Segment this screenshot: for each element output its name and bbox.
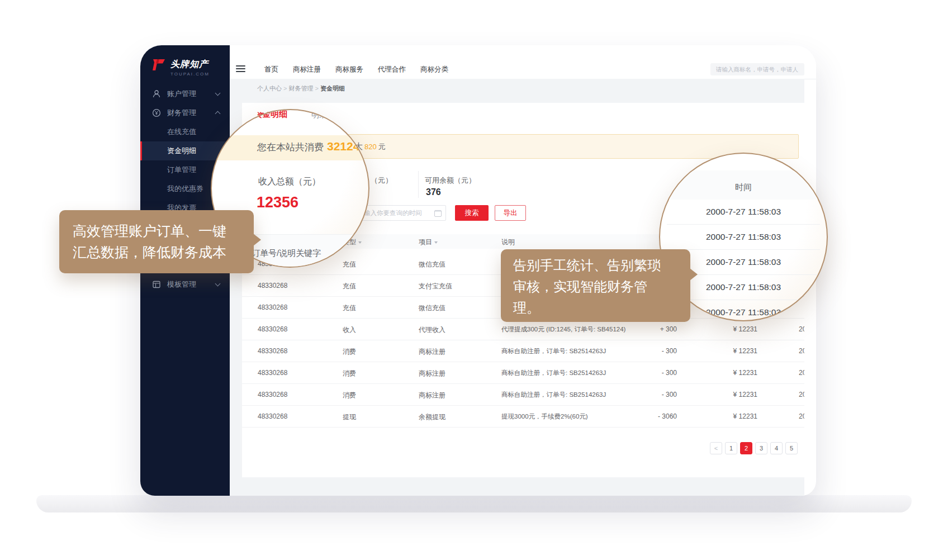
prev-page-button[interactable]: <: [710, 442, 722, 454]
cell-order: 48330268: [258, 282, 287, 290]
income-total-label: 收入总额（元）: [258, 176, 321, 188]
cell-order: 48330268: [258, 325, 287, 333]
laptop-mockup: 头牌知产 TOUPAI.COM 账户管理 财务管理: [0, 0, 948, 560]
sidebar-subitem-label: 在线充值: [167, 127, 196, 137]
cell-type: 充值: [343, 303, 356, 313]
top-navigation: 首页商标注册商标服务代理合作商标分类: [230, 60, 816, 79]
export-button[interactable]: 导出: [495, 205, 526, 221]
cell-desc: 提现3000元，手续费2%(60元): [501, 412, 588, 421]
table-row: 48330268 提现 余额提现 提现3000元，手续费2%(60元) - 30…: [242, 406, 804, 428]
sort-caret-icon: [434, 241, 438, 244]
cell-type: 消费: [343, 347, 356, 357]
cell-desc: 商标自助注册，订单号: SB2514263J: [501, 391, 606, 399]
table-row: 48330268 消费 商标注册 商标自助注册，订单号: SB2514263J …: [242, 384, 804, 406]
chevron-down-icon: [215, 281, 221, 287]
magnified-banner-text: 您在本站共消费32124: [257, 140, 359, 154]
page-button[interactable]: 2: [740, 442, 752, 454]
time-value: 2000-7-27 11:58:03: [706, 282, 781, 292]
cell-project: 商标注册: [419, 369, 445, 378]
cell-desc: 商标自助注册，订单号: SB2514263J: [501, 347, 606, 355]
cell-order: 48330268: [258, 412, 287, 420]
cell-time: 2000-7-27 11:58:03: [799, 412, 804, 420]
chevron-down-icon: [215, 91, 221, 96]
magnified-time-row: 2000-7-27 11:58:03: [667, 225, 820, 250]
hamburger-menu-icon[interactable]: [236, 65, 245, 73]
page-buttons: 1 2 3 4 5: [725, 442, 798, 454]
date-query-input[interactable]: [358, 205, 446, 221]
callout-arrow-icon: [690, 268, 698, 281]
user-icon: [152, 89, 161, 98]
table-row: 48330268 消费 商标注册 商标自助注册，订单号: SB2514263J …: [242, 340, 804, 362]
cell-amount: - 300: [611, 369, 677, 377]
available-balance-value: 376: [426, 187, 441, 197]
time-value: 2000-7-27 11:58:03: [706, 257, 781, 267]
magnified-column-header: 订单号/说明关键字: [252, 248, 321, 259]
cell-project: 微信充值: [419, 303, 445, 313]
page-button[interactable]: 3: [755, 442, 767, 454]
sidebar-item-label: 财务管理: [167, 108, 196, 118]
calendar-icon[interactable]: [434, 210, 442, 217]
breadcrumb-item[interactable]: 资金明细: [320, 85, 345, 92]
callout-left: 高效管理账户订单、一键 汇总数据，降低财务成本: [59, 210, 254, 273]
cell-balance: ¥ 12231: [695, 391, 757, 398]
cell-time: 2000-7-27 11:58:03: [799, 347, 804, 355]
trademark-search-input[interactable]: [710, 63, 804, 75]
cell-amount: - 300: [611, 391, 677, 398]
cell-type: 收入: [343, 325, 356, 335]
nav-item[interactable]: 商标服务: [335, 65, 363, 74]
cell-desc: 代理提成300元 (ID:1245, 订单号: SB45124): [501, 325, 625, 334]
sidebar-subitem-label: 我的优惠券: [167, 184, 203, 194]
page-button[interactable]: 1: [725, 442, 737, 454]
income-total-value: 12356: [257, 194, 298, 211]
search-button[interactable]: 搜索: [455, 205, 489, 221]
header-project[interactable]: 项目: [419, 238, 438, 247]
breadcrumb: 个人中心财务管理资金明细: [257, 84, 345, 93]
cell-project: 商标注册: [419, 347, 445, 357]
cell-order: 48330268: [258, 303, 287, 311]
cell-type: 提现: [343, 412, 356, 422]
expense-total-label: （元）: [371, 175, 392, 186]
page-button[interactable]: 4: [770, 442, 783, 454]
brand-logo[interactable]: 头牌知产 TOUPAI.COM: [151, 59, 210, 77]
nav-item[interactable]: 商标分类: [420, 65, 448, 74]
breadcrumb-item[interactable]: 财务管理: [289, 85, 321, 92]
cell-project: 支付宝充值: [419, 282, 452, 291]
nav-item[interactable]: 商标注册: [293, 65, 321, 74]
chevron-up-icon: [215, 111, 221, 117]
cell-type: 消费: [343, 369, 356, 378]
cell-order: 48330268: [258, 391, 287, 398]
laptop-base: [36, 495, 912, 512]
sidebar-item-finance[interactable]: 财务管理: [140, 103, 230, 122]
sidebar-subitem-label: 资金明细: [167, 146, 196, 156]
cell-balance: ¥ 12231: [695, 325, 757, 333]
cell-order: 48330268: [258, 369, 287, 377]
sidebar-subitem[interactable]: 在线充值: [140, 122, 230, 141]
nav-item[interactable]: 首页: [264, 65, 278, 74]
finance-icon: [152, 108, 161, 117]
time-value: 2000-7-27 11:58:03: [706, 207, 781, 217]
cell-amount: - 300: [611, 347, 677, 355]
sidebar-item-account[interactable]: 账户管理: [140, 84, 230, 103]
cell-amount: - 3060: [611, 412, 677, 420]
sidebar-item-label: 模板管理: [167, 279, 196, 290]
time-value: 2000-7-27 11:58:03: [706, 307, 781, 317]
stats-divider: [418, 171, 419, 198]
callout-right: 告别手工统计、告别繁琐 审核，实现智能财务管 理。: [501, 249, 690, 322]
time-value: 2000-7-27 11:58:03: [706, 232, 781, 242]
cell-time: 2000-7-27 11:58:03: [799, 369, 804, 377]
breadcrumb-item[interactable]: 个人中心: [257, 85, 289, 92]
main-nav: 首页商标注册商标服务代理合作商标分类: [264, 60, 448, 79]
sidebar-item-template[interactable]: 模板管理: [140, 275, 230, 294]
nav-item[interactable]: 代理合作: [378, 65, 406, 74]
cell-time: 2000-7-27 11:58:03: [799, 325, 804, 333]
brand-flag-icon: [151, 59, 166, 71]
sidebar-item-label: 账户管理: [167, 89, 196, 99]
cell-balance: ¥ 12231: [695, 347, 757, 355]
cell-type: 充值: [343, 260, 356, 269]
page-button[interactable]: 5: [785, 442, 798, 454]
cell-type: 消费: [343, 391, 356, 400]
cell-project: 代理收入: [419, 325, 445, 335]
pagination: < 1 2 3 4 5: [710, 442, 798, 454]
magnified-time-row: 2000-7-27 11:58:03: [667, 200, 820, 225]
brand-domain: TOUPAI.COM: [170, 72, 210, 77]
